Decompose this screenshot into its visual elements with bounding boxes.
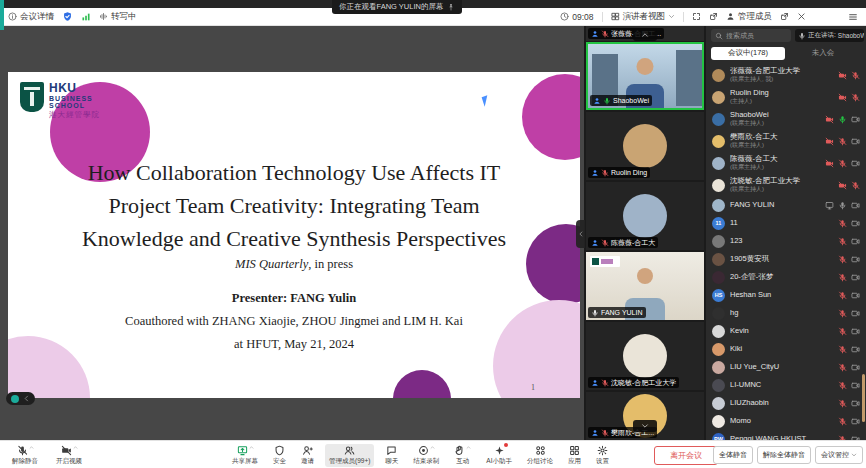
mic-muted-icon[interactable] <box>838 137 847 146</box>
close-icon[interactable] <box>797 12 806 21</box>
participant-row[interactable]: HSHeshan Sun <box>706 286 866 304</box>
participant-row[interactable]: 沈晓敏-合肥工业大学(联席主持人) <box>706 174 866 196</box>
camera-icon[interactable] <box>851 399 860 408</box>
strip-collapse-handle[interactable] <box>576 220 585 248</box>
camera-off-icon[interactable] <box>838 93 847 102</box>
cam-off-button[interactable]: 开启视频 <box>52 444 86 467</box>
ai-button[interactable]: AI小助手 <box>482 444 516 467</box>
manage-members-topbar-button[interactable]: 管理成员 <box>726 11 772 23</box>
video-thumbnail[interactable]: 沈晓敏-合肥工业大学 <box>586 322 704 390</box>
camera-off-icon[interactable] <box>825 159 834 168</box>
invite-button[interactable]: 邀请 <box>297 444 318 467</box>
leave-meeting-button[interactable]: 离开会议 <box>654 446 718 465</box>
mic-muted-icon[interactable] <box>851 181 860 190</box>
participant-row[interactable]: hg <box>706 304 866 322</box>
video-thumbnail[interactable]: 樊雨欣-合工... <box>586 392 704 440</box>
camera-off-icon[interactable] <box>825 115 834 124</box>
tab-in-meeting[interactable]: 会议中(178) <box>711 47 785 60</box>
chevron-up-icon[interactable] <box>29 445 34 450</box>
mic-muted-icon[interactable] <box>838 381 847 390</box>
camera-off-icon[interactable] <box>838 181 847 190</box>
panel-popout-icon[interactable] <box>780 12 789 21</box>
camera-icon[interactable] <box>851 273 860 282</box>
record-button[interactable]: 结束录制 <box>409 444 443 467</box>
mic-muted-icon[interactable] <box>838 159 847 168</box>
view-mode-button[interactable]: 演讲者视图 <box>611 11 676 23</box>
gear-button[interactable]: 设置 <box>592 444 613 467</box>
participant-row[interactable]: PWPengqi WANG HKUST <box>706 430 866 440</box>
mic-muted-icon[interactable] <box>838 345 847 354</box>
chevron-up-icon[interactable] <box>430 445 435 450</box>
shield-button[interactable]: 安全 <box>269 444 290 467</box>
video-thumbnail[interactable]: Ruolin Ding <box>586 112 704 180</box>
camera-off-icon[interactable] <box>838 71 847 80</box>
camera-icon[interactable] <box>851 137 860 146</box>
mic-on-icon[interactable] <box>838 115 847 124</box>
participant-row[interactable]: 樊雨欣-合工大(联席主持人) <box>706 130 866 152</box>
mic-muted-icon[interactable] <box>838 273 847 282</box>
participant-row[interactable]: Ruolin Ding(主持人) <box>706 86 866 108</box>
participant-row[interactable]: 张薇薇-合肥工业大学(联席主持人, 我) <box>706 64 866 86</box>
meeting-control-button[interactable]: 会议管控 <box>815 446 863 464</box>
participant-row[interactable]: FANG YULIN <box>706 196 866 214</box>
scrollbar-thumb[interactable] <box>862 374 865 422</box>
tab-not-joined[interactable]: 未入会 <box>785 48 861 58</box>
camera-off-icon[interactable] <box>825 137 834 146</box>
camera-icon[interactable] <box>851 327 860 336</box>
participant-row[interactable]: 1905黄安琪 <box>706 250 866 268</box>
mic-muted-icon[interactable] <box>838 327 847 336</box>
video-thumbnail[interactable]: FANG YULIN <box>586 252 704 320</box>
camera-icon[interactable] <box>851 255 860 264</box>
camera-icon[interactable] <box>851 381 860 390</box>
mic-off-button[interactable]: 解除静音 <box>8 444 42 467</box>
camera-icon[interactable] <box>851 115 860 124</box>
share-button[interactable]: 共享屏幕 <box>228 444 262 467</box>
chevron-up-icon[interactable] <box>73 445 78 450</box>
mic-muted-icon[interactable] <box>838 309 847 318</box>
participant-row[interactable]: LIU Yue_CityU <box>706 358 866 376</box>
mic-muted-icon[interactable] <box>851 71 860 80</box>
participant-row[interactable]: LI-UMNC <box>706 376 866 394</box>
chat-button[interactable]: 聊天 <box>381 444 402 467</box>
mic-muted-icon[interactable] <box>838 255 847 264</box>
popout-icon[interactable] <box>709 12 718 21</box>
mic-muted-icon[interactable] <box>838 417 847 426</box>
camera-icon[interactable] <box>851 159 860 168</box>
hand-button[interactable]: 互动 <box>450 444 475 467</box>
participant-row[interactable]: ShaoboWei(联席主持人) <box>706 108 866 130</box>
camera-icon[interactable] <box>851 309 860 318</box>
hamburger-icon[interactable] <box>848 12 858 22</box>
signal-icon[interactable] <box>81 12 91 22</box>
camera-icon[interactable] <box>851 363 860 372</box>
camera-icon[interactable] <box>851 219 860 228</box>
search-box[interactable] <box>711 29 791 42</box>
unmute-all-button[interactable]: 解除全体静音 <box>757 446 811 464</box>
expand-thumbnails-button[interactable] <box>633 420 657 432</box>
mic-muted-icon[interactable] <box>851 93 860 102</box>
participant-row[interactable]: LIUZhaobin <box>706 394 866 412</box>
mic-muted-icon[interactable] <box>838 363 847 372</box>
mic-muted-icon[interactable] <box>838 237 847 246</box>
mic-muted-icon[interactable] <box>838 219 847 228</box>
participant-row[interactable]: Kevin <box>706 322 866 340</box>
people-button[interactable]: 管理成员(99+) <box>325 444 374 467</box>
camera-icon[interactable] <box>851 345 860 354</box>
participant-row[interactable]: Kiki <box>706 340 866 358</box>
camera-icon[interactable] <box>851 417 860 426</box>
camera-icon[interactable] <box>851 237 860 246</box>
screen-share-icon[interactable] <box>825 201 834 210</box>
mic-muted-icon[interactable] <box>838 399 847 408</box>
fullscreen-icon[interactable] <box>692 12 701 21</box>
participant-row[interactable]: 1111 <box>706 214 866 232</box>
video-thumbnail[interactable]: ShaoboWei <box>586 42 704 110</box>
breakout-button[interactable]: 分组讨论 <box>523 444 557 467</box>
transcribe-status[interactable]: 转写中 <box>99 11 137 23</box>
participant-row[interactable]: Momo <box>706 412 866 430</box>
camera-icon[interactable] <box>851 291 860 300</box>
mute-all-button[interactable]: 全体静音 <box>713 446 753 464</box>
participant-row[interactable]: 123 <box>706 232 866 250</box>
apps-button[interactable]: 应用 <box>564 444 585 467</box>
meeting-info-button[interactable]: 会议详情 <box>8 11 54 23</box>
camera-icon[interactable] <box>851 201 860 210</box>
search-input[interactable] <box>726 32 782 39</box>
